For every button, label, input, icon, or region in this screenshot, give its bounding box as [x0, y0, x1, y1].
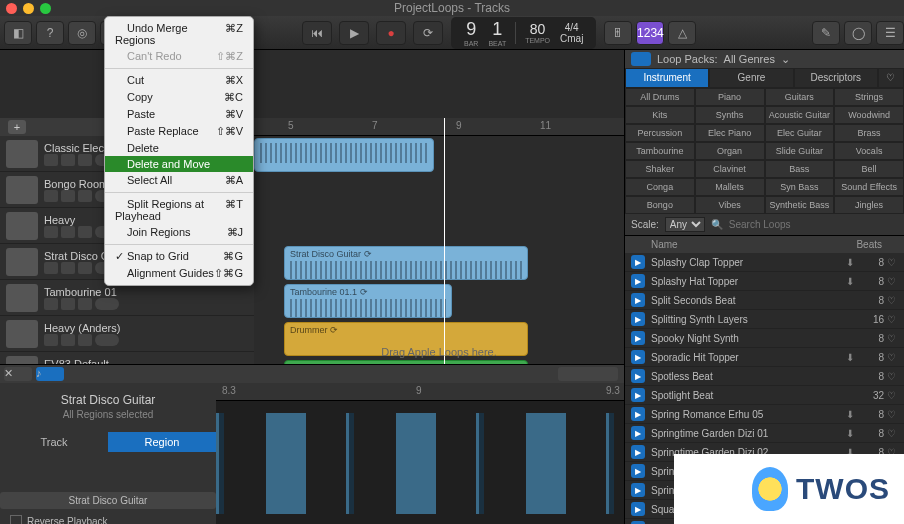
playhead[interactable]	[444, 118, 445, 364]
play-icon[interactable]: ▶	[631, 426, 645, 440]
timeline-ruler[interactable]: 5 7 9 11 13	[254, 118, 624, 136]
download-icon[interactable]: ⬇	[846, 276, 854, 287]
tab-instrument[interactable]: Instrument	[625, 68, 709, 88]
category-button[interactable]: Woodwind	[834, 106, 904, 124]
menu-item[interactable]: Split Regions at Playhead⌘T	[105, 196, 253, 224]
favorite-icon[interactable]: ♡	[884, 333, 898, 344]
favorite-icon[interactable]: ♡	[884, 257, 898, 268]
arrange-area[interactable]: 5 7 9 11 13 Strat Disco Guitar ⟳Tambouri…	[254, 118, 624, 364]
editor-close-button[interactable]: ✕	[4, 367, 32, 381]
lock-button[interactable]	[78, 262, 92, 274]
play-icon[interactable]: ▶	[631, 388, 645, 402]
play-icon[interactable]: ▶	[631, 331, 645, 345]
zoom-icon[interactable]	[40, 3, 51, 14]
lock-button[interactable]	[78, 334, 92, 346]
editor-waveform-area[interactable]: 8.3 9 9.3	[216, 383, 624, 524]
play-icon[interactable]: ▶	[631, 274, 645, 288]
category-button[interactable]: Strings	[834, 88, 904, 106]
menu-item[interactable]: Delete and Move	[105, 156, 253, 172]
category-button[interactable]: Shaker	[625, 160, 695, 178]
search-input[interactable]	[729, 219, 898, 230]
category-button[interactable]: Vocals	[834, 142, 904, 160]
menu-item[interactable]: Cut⌘X	[105, 72, 253, 89]
menu-item[interactable]: Join Regions⌘J	[105, 224, 253, 241]
category-button[interactable]: Elec Guitar	[765, 124, 835, 142]
category-button[interactable]: Syn Bass	[765, 178, 835, 196]
category-button[interactable]: Clavinet	[695, 160, 765, 178]
rewind-button[interactable]: ⏮	[302, 21, 332, 45]
record-button[interactable]: ●	[376, 21, 406, 45]
play-icon[interactable]: ▶	[631, 445, 645, 459]
lock-button[interactable]	[78, 226, 92, 238]
category-button[interactable]: Synthetic Bass	[765, 196, 835, 214]
category-button[interactable]: Vibes	[695, 196, 765, 214]
category-button[interactable]: Tambourine	[625, 142, 695, 160]
download-icon[interactable]: ⬇	[846, 257, 854, 268]
close-icon[interactable]	[6, 3, 17, 14]
tab-track[interactable]: Track	[0, 432, 108, 452]
favorite-icon[interactable]: ♡	[884, 314, 898, 325]
menu-item[interactable]: Alignment Guides⇧⌘G	[105, 265, 253, 282]
media-browser-button[interactable]: ☰	[876, 21, 904, 45]
region[interactable]: Tambourine 01.1 ⟳	[284, 284, 452, 318]
favorite-icon[interactable]: ♡	[884, 276, 898, 287]
download-icon[interactable]: ⬇	[846, 428, 854, 439]
download-icon[interactable]: ⬇	[846, 409, 854, 420]
download-icon[interactable]: ⬇	[846, 352, 854, 363]
category-button[interactable]: Acoustic Guitar	[765, 106, 835, 124]
category-button[interactable]: Bell	[834, 160, 904, 178]
count-in-button[interactable]: 1234	[636, 21, 664, 45]
favorite-icon[interactable]: ♡	[884, 352, 898, 363]
editor-region-name[interactable]: Strat Disco Guitar	[0, 492, 216, 509]
region[interactable]: Strat Disco Guitar ⟳	[284, 246, 528, 280]
solo-button[interactable]	[61, 226, 75, 238]
category-button[interactable]: Conga	[625, 178, 695, 196]
favorite-icon[interactable]: ♡	[884, 295, 898, 306]
library-button[interactable]: ◧	[4, 21, 32, 45]
category-button[interactable]: Organ	[695, 142, 765, 160]
lock-button[interactable]	[78, 190, 92, 202]
loop-item[interactable]: ▶ Splitting Synth Layers 16 ♡	[625, 310, 904, 329]
loop-item[interactable]: ▶ Springtime Garden Dizi 01 ⬇ 8 ♡	[625, 424, 904, 443]
play-icon[interactable]: ▶	[631, 407, 645, 421]
lock-button[interactable]	[78, 298, 92, 310]
tab-region[interactable]: Region	[108, 432, 216, 452]
volume-knob[interactable]	[95, 298, 119, 310]
solo-button[interactable]	[61, 262, 75, 274]
solo-button[interactable]	[61, 154, 75, 166]
tab-descriptors[interactable]: Descriptors	[794, 68, 878, 88]
category-button[interactable]: Elec Piano	[695, 124, 765, 142]
region[interactable]	[254, 138, 434, 172]
loop-item[interactable]: ▶ Splashy Clap Topper ⬇ 8 ♡	[625, 253, 904, 272]
smart-controls-button[interactable]: ◎	[68, 21, 96, 45]
volume-knob[interactable]	[95, 334, 119, 346]
editor-audio-tab[interactable]: ♪	[36, 367, 64, 381]
track-row[interactable]: Heavy (Anders)	[0, 316, 254, 352]
lcd-display[interactable]: 9bar 1beat 80tempo 4/4Cmaj	[451, 17, 596, 49]
notepad-button[interactable]: ✎	[812, 21, 840, 45]
category-button[interactable]: All Drums	[625, 88, 695, 106]
menu-item[interactable]: Paste Replace⇧⌘V	[105, 123, 253, 140]
loop-packs-value[interactable]: All Genres	[724, 53, 775, 65]
mute-button[interactable]	[44, 298, 58, 310]
loop-item[interactable]: ▶ Sporadic Hit Topper ⬇ 8 ♡	[625, 348, 904, 367]
category-button[interactable]: Kits	[625, 106, 695, 124]
loop-item[interactable]: ▶ Split Seconds Beat 8 ♡	[625, 291, 904, 310]
solo-button[interactable]	[61, 190, 75, 202]
category-button[interactable]: Jingles	[834, 196, 904, 214]
category-button[interactable]: Bass	[765, 160, 835, 178]
tab-favorites[interactable]: ♡	[878, 68, 904, 88]
zoom-slider[interactable]	[558, 367, 618, 381]
menu-item[interactable]: ✓Snap to Grid⌘G	[105, 248, 253, 265]
minimize-icon[interactable]	[23, 3, 34, 14]
play-icon[interactable]: ▶	[631, 255, 645, 269]
favorite-icon[interactable]: ♡	[884, 390, 898, 401]
loop-item[interactable]: ▶ Spooky Night Synth 8 ♡	[625, 329, 904, 348]
solo-button[interactable]	[61, 334, 75, 346]
context-menu[interactable]: Undo Merge Regions⌘ZCan't Redo⇧⌘ZCut⌘XCo…	[104, 16, 254, 286]
menu-item[interactable]: Copy⌘C	[105, 89, 253, 106]
play-icon[interactable]: ▶	[631, 350, 645, 364]
category-button[interactable]: Slide Guitar	[765, 142, 835, 160]
category-button[interactable]: Percussion	[625, 124, 695, 142]
menu-item[interactable]: Undo Merge Regions⌘Z	[105, 20, 253, 48]
